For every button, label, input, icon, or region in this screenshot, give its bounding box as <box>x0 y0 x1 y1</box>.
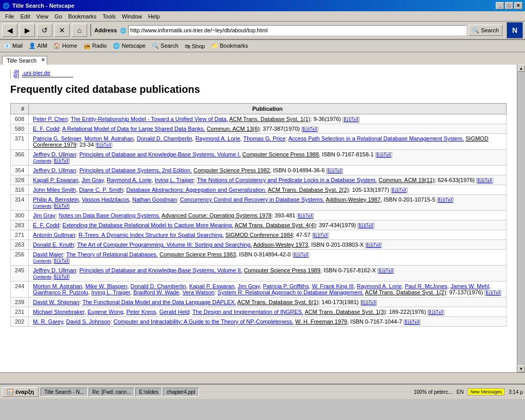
bibtex-link[interactable]: BibTeX <box>377 268 394 274</box>
contents-link[interactable]: Contents <box>33 274 51 279</box>
scrollbar-down[interactable]: ▼ <box>518 365 525 372</box>
author-link[interactable]: E. F. Codd <box>33 222 59 228</box>
menu-help[interactable]: Help <box>145 13 163 20</box>
bibtex-link[interactable]: BibTeX <box>476 178 493 184</box>
author-link[interactable]: M. R. Garey <box>33 318 63 325</box>
bookmark-radio[interactable]: 📻 Radio <box>82 43 109 49</box>
title-link[interactable]: The Art of Computer Programming, Volume … <box>77 242 252 248</box>
author-link[interactable]: Paul R. McJones <box>405 283 447 289</box>
scrollbar-up[interactable]: ▲ <box>518 65 525 72</box>
bibtex-link[interactable]: BibTeX <box>437 197 454 203</box>
author-link[interactable]: Jeffrey D. Ullman <box>33 167 76 173</box>
author-link[interactable]: Donald D. Chamberlin <box>131 283 186 289</box>
bibtex-link-2[interactable]: BibTeX <box>53 158 70 164</box>
window-controls[interactable]: _ □ ✕ <box>496 2 522 9</box>
author-link[interactable]: Jeffrey D. Ullman <box>33 151 76 157</box>
title-link[interactable]: The Notions of Consistency and Predicate… <box>197 177 377 183</box>
title-link[interactable]: System R: Relational Approach to Databas… <box>217 289 364 295</box>
bibtex-link[interactable]: BibTeX <box>403 319 420 325</box>
author-link[interactable]: John Miles Smith <box>33 187 76 193</box>
menu-go[interactable]: Go <box>51 13 65 20</box>
author-link[interactable]: Vera Watson <box>183 289 215 295</box>
bibtex-link[interactable]: BibTeX <box>375 152 392 158</box>
author-link[interactable]: Gerald Held <box>159 309 190 315</box>
bibtex-link[interactable]: BibTeX <box>95 143 112 148</box>
title-link[interactable]: Notes on Data Base Operating Systems. <box>58 212 160 218</box>
author-link[interactable]: Patricia P. Griffiths <box>263 283 309 289</box>
title-link[interactable]: Principles of Database and Knowledge-Bas… <box>79 151 241 157</box>
author-link[interactable]: Peter P. Chen <box>33 116 68 122</box>
bibtex-link[interactable]: BibTeX <box>297 213 314 219</box>
bookmark-shop[interactable]: 🛍 Shop <box>183 43 207 49</box>
author-link[interactable]: David Maier <box>33 251 63 257</box>
stop-button[interactable]: ✕ <box>54 24 70 37</box>
contents-link[interactable]: Contents <box>33 204 51 209</box>
reload-button[interactable]: ↺ <box>37 24 52 37</box>
author-link[interactable]: Mike W. Blasgen <box>85 283 127 289</box>
tab-close-button[interactable]: ✕ <box>41 57 45 63</box>
author-link[interactable]: Morton M. Astrahan <box>33 283 82 289</box>
author-link[interactable]: James W. Mehl <box>451 283 489 289</box>
bibtex-link[interactable]: BibTeX <box>428 310 445 315</box>
author-link[interactable]: Jim Gray <box>33 212 55 218</box>
menu-file[interactable]: File <box>2 13 17 20</box>
bibtex-link[interactable]: BibTeX <box>360 300 377 306</box>
author-link[interactable]: Gianfranco R. Putzolu <box>33 289 88 295</box>
title-link[interactable]: Database Abstractions: Aggregation and G… <box>126 187 266 193</box>
new-messages-badge[interactable]: New Messages <box>468 388 504 395</box>
author-link[interactable]: W. Frank King III <box>312 283 353 289</box>
bibtex-link[interactable]: BibTeX <box>326 168 343 174</box>
author-link[interactable]: Irving L. Traiger <box>155 177 194 183</box>
search-button[interactable]: 🔍 Search <box>469 25 502 36</box>
author-link[interactable]: Jim Gray <box>82 177 104 183</box>
bibtex-link[interactable]: BibTeX <box>357 223 374 229</box>
contents-link[interactable]: Contents <box>33 258 51 264</box>
start-button[interactable]: 🪟 έναρξη <box>2 387 38 397</box>
close-button[interactable]: ✕ <box>514 2 522 9</box>
taskbar-item-3[interactable]: E:\slides <box>135 388 162 396</box>
taskbar-item-2[interactable]: Re: [Fwd: cann... <box>89 388 135 396</box>
author-link[interactable]: Raymond A. Lorie <box>107 177 151 183</box>
bookmark-aim[interactable]: 👤 AIM <box>27 43 49 49</box>
title-link[interactable]: R-Trees: A Dynamic Index Structure for S… <box>78 232 224 238</box>
author-link[interactable]: E. F. Codd <box>33 126 59 132</box>
contents-link[interactable]: Contents <box>33 158 51 164</box>
author-link[interactable]: Raymond A. Lorie <box>357 283 401 289</box>
home-button[interactable]: ⌂ <box>72 24 87 37</box>
menu-tools[interactable]: Tools <box>99 13 119 20</box>
trier-link[interactable]: .uni-trier.de <box>22 70 50 76</box>
author-link[interactable]: Irving L. Traiger <box>91 289 130 295</box>
author-link[interactable]: Michael Stonebraker <box>33 309 84 315</box>
title-link[interactable]: Principles of Database and Knowledge-Bas… <box>79 267 243 273</box>
menu-bookmarks[interactable]: Bookmarks <box>65 13 99 20</box>
bibtex-link[interactable]: BibTeX <box>292 252 309 258</box>
bibtex-link[interactable]: BibTeX <box>301 127 318 132</box>
author-link[interactable]: Diane C. P. Smith <box>79 187 123 193</box>
menu-edit[interactable]: Edit <box>17 13 33 20</box>
title-link[interactable]: Principles of Database Systems, 2nd Edit… <box>79 167 192 173</box>
forward-button[interactable]: ▶ <box>19 24 35 37</box>
maximize-button[interactable]: □ <box>505 2 513 9</box>
menu-window[interactable]: Window <box>119 13 145 20</box>
author-link[interactable]: David W. Shipman <box>33 299 79 305</box>
back-button[interactable]: ◀ <box>2 24 17 37</box>
author-link[interactable]: Thomas G. Price <box>243 135 286 142</box>
bibtex-link[interactable]: BibTeX <box>342 117 359 123</box>
author-link[interactable]: Nathan Goodman <box>132 196 177 203</box>
bookmark-bookmarks[interactable]: 📁 Bookmarks <box>210 43 250 49</box>
bookmark-search[interactable]: 🔍 Search <box>150 43 180 49</box>
author-link[interactable]: Raymond A. Lorie <box>195 135 240 142</box>
author-link[interactable]: David S. Johnson <box>66 318 110 325</box>
tab-title-search[interactable]: Title Search ✕ <box>2 56 47 65</box>
author-link[interactable]: Donald E. Knuth <box>33 242 74 248</box>
author-link[interactable]: Bradford W. Wade <box>133 289 179 295</box>
title-link[interactable]: Extending the Database Relational Model … <box>63 222 233 228</box>
bibtex-link[interactable]: BibTeX <box>365 243 382 248</box>
vertical-scrollbar[interactable]: ▲ ▼ <box>517 65 525 372</box>
title-link[interactable]: The Functional Data Model and the Data L… <box>83 299 236 305</box>
bookmark-home[interactable]: 🏠 Home <box>52 43 78 49</box>
title-link[interactable]: Computer and Intractability: A Guide to … <box>113 318 293 325</box>
bibtex-link-2[interactable]: BibTeX <box>53 204 70 209</box>
title-link[interactable]: The Design and Implementation of INGRES. <box>192 309 303 315</box>
author-link[interactable]: Morton M. Astrahan <box>85 135 134 142</box>
